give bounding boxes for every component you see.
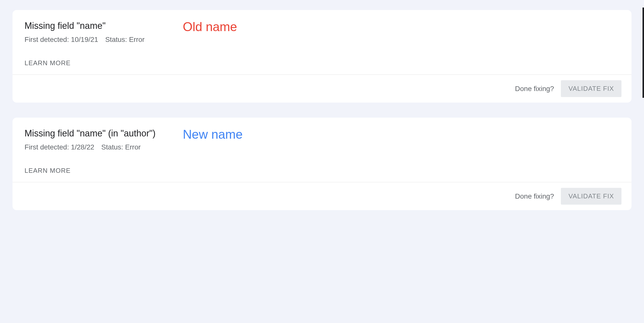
card-title: Missing field "name" — [25, 21, 619, 31]
status: Status: Error — [105, 36, 144, 44]
status: Status: Error — [101, 143, 141, 151]
status-label: Status: — [105, 36, 127, 43]
card-header: Missing field "name" First detected: 10/… — [13, 10, 631, 74]
scroll-indicator[interactable] — [642, 8, 644, 98]
validate-fix-button[interactable]: VALIDATE FIX — [561, 80, 621, 97]
card-footer: Done fixing? VALIDATE FIX — [13, 182, 631, 210]
status-value: Error — [125, 143, 141, 151]
first-detected-value: 1/28/22 — [71, 143, 94, 151]
card-meta: First detected: 1/28/22 Status: Error — [25, 143, 619, 151]
error-card-new: Missing field "name" (in "author") First… — [13, 118, 631, 210]
status-label: Status: — [101, 143, 123, 151]
status-value: Error — [129, 36, 144, 43]
done-fixing-text: Done fixing? — [515, 85, 554, 93]
card-header: Missing field "name" (in "author") First… — [13, 118, 631, 182]
error-card-old: Missing field "name" First detected: 10/… — [13, 10, 631, 103]
learn-more-link[interactable]: LEARN MORE — [25, 167, 619, 175]
first-detected-value: 10/19/21 — [71, 36, 98, 43]
first-detected-label: First detected: — [25, 143, 69, 151]
validate-fix-button[interactable]: VALIDATE FIX — [561, 188, 621, 205]
first-detected: First detected: 10/19/21 — [25, 36, 98, 44]
first-detected: First detected: 1/28/22 — [25, 143, 94, 151]
first-detected-label: First detected: — [25, 36, 69, 43]
done-fixing-text: Done fixing? — [515, 192, 554, 200]
annotation-old-name: Old name — [183, 20, 237, 34]
card-meta: First detected: 10/19/21 Status: Error — [25, 36, 619, 44]
card-footer: Done fixing? VALIDATE FIX — [13, 75, 631, 103]
annotation-new-name: New name — [183, 127, 243, 142]
learn-more-link[interactable]: LEARN MORE — [25, 59, 619, 67]
card-title: Missing field "name" (in "author") — [25, 128, 619, 139]
